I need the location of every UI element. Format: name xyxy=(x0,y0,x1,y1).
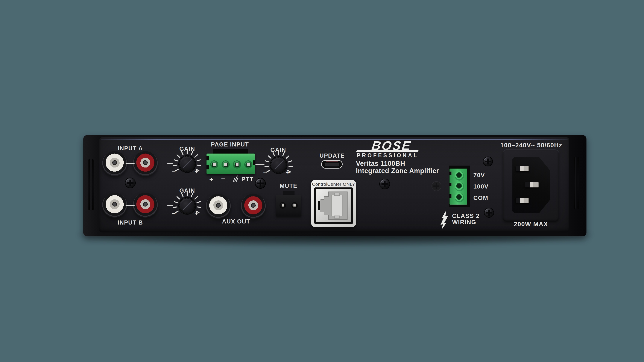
euroblock-notch xyxy=(253,160,255,165)
gain-plus-label: + xyxy=(286,169,290,176)
euroblock-pin[interactable] xyxy=(244,160,252,169)
left-ear-vent-slot xyxy=(92,159,94,210)
chassis-ground-icon xyxy=(233,175,238,182)
euroblock-pin[interactable] xyxy=(210,160,218,169)
update-label: UPDATE xyxy=(313,152,352,159)
input-a-left-rca-jack[interactable] xyxy=(102,151,127,176)
speaker-terminal-com[interactable] xyxy=(455,193,464,202)
euroblock-notch xyxy=(450,194,452,198)
aux-out-right-rca-jack[interactable] xyxy=(241,194,266,219)
euroblock-pin[interactable] xyxy=(233,160,241,169)
iec-pin xyxy=(525,182,539,187)
model-description: Integrated Zone Amplifier xyxy=(356,167,439,175)
tap-com-label: COM xyxy=(473,195,497,201)
aux-out-left-rca-jack[interactable] xyxy=(206,194,231,219)
iec-pin xyxy=(516,198,529,203)
input-a-right-rca-jack[interactable] xyxy=(133,151,158,176)
left-ear-vent-slot xyxy=(88,159,90,210)
page-terminal-ptt: PTT xyxy=(240,176,255,183)
page-input-label: PAGE INPUT xyxy=(204,141,256,148)
gain-minus-label: − xyxy=(172,210,176,217)
mute-pin xyxy=(291,202,298,209)
connection-dash xyxy=(126,163,134,164)
usb-c-inner-detail xyxy=(326,161,338,162)
product-photo-bose-amplifier-rear-panel: INPUT A GAIN − + INPUT B GAIN − + PAGE I… xyxy=(0,0,644,362)
euroblock-notch xyxy=(206,165,209,169)
input-a-label: INPUT A xyxy=(107,145,153,152)
gain-plus-label: + xyxy=(194,210,198,216)
euroblock-notch xyxy=(206,156,209,160)
mute-pin xyxy=(280,202,286,209)
input-b-left-rca-jack[interactable] xyxy=(102,193,127,218)
usb-c-slot xyxy=(325,163,339,166)
page-terminal-plus: + xyxy=(209,176,214,183)
professional-wordmark: PROFESSIONAL xyxy=(357,152,418,158)
gain-minus-label: − xyxy=(263,169,267,176)
euroblock-notch xyxy=(450,183,452,186)
screw xyxy=(484,208,494,218)
aux-out-label: AUX OUT xyxy=(212,218,260,225)
input-b-right-rca-jack[interactable] xyxy=(133,193,158,218)
model-name: Veritas 1100BH xyxy=(356,160,405,167)
flush-screw xyxy=(431,181,442,191)
euroblock-notch xyxy=(450,172,452,175)
gain-plus-label: + xyxy=(194,168,198,175)
input-b-label: INPUT B xyxy=(107,219,153,226)
class2-lightning-icon xyxy=(440,211,449,230)
euroblock-pin[interactable] xyxy=(222,160,230,169)
power-max-label: 200W MAX xyxy=(505,221,557,227)
gain-minus-label: − xyxy=(172,168,176,175)
tap-70v-label: 70V xyxy=(473,172,495,178)
tap-100v-label: 100V xyxy=(473,183,497,190)
bose-logo-underline xyxy=(356,150,419,152)
panel-top-highlight xyxy=(101,139,568,140)
screw xyxy=(255,178,266,189)
connection-dash xyxy=(126,205,134,206)
rj45-jack-face xyxy=(316,189,351,222)
screw xyxy=(125,177,136,189)
mute-label: MUTE xyxy=(274,183,304,189)
screw xyxy=(483,156,493,167)
page-terminal-minus: − xyxy=(221,175,225,182)
class2-wiring-line2: WIRING xyxy=(452,219,495,225)
right-ear-vent-slot xyxy=(578,157,579,209)
right-ear-vent-slot xyxy=(574,157,575,209)
speaker-terminal-100v[interactable] xyxy=(455,182,464,191)
iec-pin xyxy=(516,166,529,171)
speaker-terminal-70v[interactable] xyxy=(455,171,464,181)
controlcenter-only-label: ControlCenter ONLY xyxy=(311,182,356,187)
screw xyxy=(379,178,390,190)
connection-dash xyxy=(256,164,264,165)
power-rating-label: 100–240V~ 50/60Hz xyxy=(500,142,562,148)
